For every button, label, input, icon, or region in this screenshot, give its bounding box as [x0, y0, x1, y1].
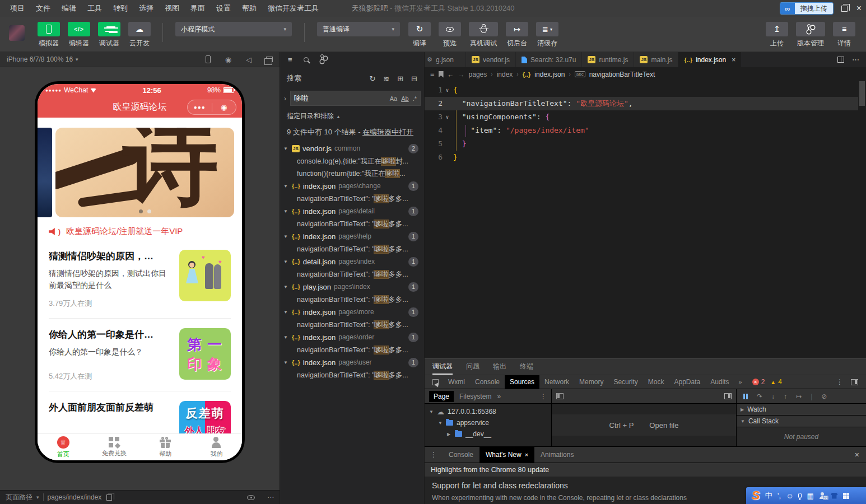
tab-index-json[interactable]: {..} index.json ×	[678, 52, 742, 67]
clear-results-icon[interactable]: ≋	[383, 74, 389, 83]
drawer-menu-icon[interactable]: ⋮	[425, 451, 443, 459]
ime-mic-icon[interactable]	[798, 493, 802, 498]
more-dots-icon[interactable]: ●●●	[188, 104, 212, 110]
devtools-tab[interactable]: Memory	[574, 375, 608, 389]
tree-item-host[interactable]: ▼ ☁ 127.0.0.1:65368	[425, 406, 551, 417]
outline-icon[interactable]: ≡	[430, 70, 435, 78]
debugger-tab[interactable]: 调试器	[432, 359, 453, 375]
tab-g-json[interactable]: ⚙ g.json	[425, 52, 466, 67]
open-in-editor-link[interactable]: 在编辑器中打开	[362, 128, 413, 136]
close-drawer-icon[interactable]: ×	[848, 450, 866, 459]
split-editor-icon[interactable]	[837, 57, 844, 63]
version-management-button[interactable]: 版本管理	[796, 22, 825, 48]
code-editor[interactable]: 1∨{ 2 "navigationBarTitleText": "欧皇源码论坛"…	[425, 81, 866, 358]
result-group-header[interactable]: ▼ {..} index.json pages\help 1	[280, 230, 424, 243]
tab-overflow-icon[interactable]: »	[497, 393, 501, 400]
device-selector[interactable]: iPhone 6/7/8 100% 16 ▾	[7, 55, 78, 63]
breadcrumb-item[interactable]: index.json	[534, 71, 565, 78]
breadcrumb-item[interactable]: pages	[469, 71, 487, 78]
tab-me[interactable]: 我的	[191, 434, 242, 460]
devtools-menu-icon[interactable]: ⋮	[836, 378, 843, 386]
back-icon[interactable]: ←	[448, 71, 454, 78]
tab-home[interactable]: ♕ 首页	[38, 434, 89, 460]
record-icon[interactable]: ◉	[225, 55, 231, 64]
file-list-icon[interactable]: ≡	[288, 55, 292, 64]
match-line[interactable]: navigationBarTitleText": "哆啦多多...	[280, 218, 424, 230]
ime-emoji-icon[interactable]: ☺	[786, 492, 793, 500]
detach-window-icon[interactable]	[266, 57, 273, 62]
debugger-tab[interactable]: 问题	[466, 359, 479, 375]
menu-item[interactable]: 设置	[211, 3, 236, 13]
details-button[interactable]: ≡ 详情	[833, 22, 855, 48]
match-line[interactable]: navigationBarTitleText": "哆啦多多...	[280, 319, 424, 331]
menu-item[interactable]: 视图	[159, 3, 185, 13]
match-line[interactable]: function(){return{title:"我正在哆啦...	[280, 167, 424, 180]
mute-icon[interactable]: ◁	[246, 55, 252, 64]
switch-background-button[interactable]: ↦ 切后台	[506, 22, 528, 48]
carousel-slide-image[interactable]: 诗	[55, 128, 234, 217]
drawer-tab-animations[interactable]: Animations	[534, 447, 580, 463]
tab-main-js[interactable]: JS main.js	[634, 52, 678, 67]
ime-skin-icon[interactable]	[831, 493, 838, 499]
ime-lang-toggle[interactable]: 中	[765, 491, 772, 501]
tab-runtime-js[interactable]: JS runtime.js	[582, 52, 634, 67]
clear-cache-button[interactable]: ≣▾ 清缓存	[536, 22, 558, 48]
tree-item-folder[interactable]: ▼ appservice	[425, 417, 551, 428]
menu-item[interactable]: 编辑	[56, 3, 82, 13]
editor-scrollbar[interactable]	[858, 81, 866, 358]
close-tab-icon[interactable]: ×	[525, 451, 528, 458]
window-close-icon[interactable]: ×	[856, 4, 862, 13]
match-case-toggle[interactable]: Aa	[390, 95, 397, 102]
ime-punct-toggle[interactable]: ’,	[777, 492, 781, 500]
refresh-results-icon[interactable]: ↻	[369, 74, 375, 83]
sogou-logo-icon[interactable]: S	[752, 489, 760, 502]
show-debugger-icon[interactable]	[724, 393, 732, 399]
simulator-toggle-button[interactable]: 模拟器	[38, 22, 60, 48]
editor-toggle-button[interactable]: </> 编辑器	[68, 22, 90, 48]
menu-item[interactable]: 选择	[133, 3, 159, 13]
devtools-tab[interactable]: Audits	[705, 375, 734, 389]
menu-item[interactable]: 工具	[82, 3, 108, 13]
debugger-tab[interactable]: 输出	[493, 359, 506, 375]
exit-target-icon[interactable]: ◉	[212, 103, 236, 111]
inspect-element-icon[interactable]	[432, 379, 439, 385]
result-group-header[interactable]: ▼ JS vendor.js common 2	[280, 142, 424, 155]
dock-side-icon[interactable]	[851, 379, 858, 385]
toggle-replace-icon[interactable]: ›	[281, 95, 289, 102]
fold-icon[interactable]: ∨	[443, 83, 452, 97]
devtools-tab[interactable]: Security	[608, 375, 642, 389]
devtools-tab[interactable]: Mock	[643, 375, 669, 389]
preview-button[interactable]: 预览	[439, 22, 461, 48]
match-line[interactable]: navigationBarTitleText": "哆啦多多...	[280, 293, 424, 306]
mode-select[interactable]: 小程序模式 ▾	[175, 22, 292, 36]
step-out-icon[interactable]: ↑	[784, 393, 787, 400]
debugger-toggle-button[interactable]: 调试器	[98, 22, 120, 48]
tree-item-folder[interactable]: ▶ __dev__	[425, 428, 551, 440]
result-group-header[interactable]: ▼ {..} detail.json pages\index 1	[280, 255, 424, 268]
menu-item[interactable]: 界面	[185, 3, 211, 13]
call-stack-section[interactable]: ▼ Call Stack	[737, 416, 866, 427]
devtools-tab[interactable]: AppData	[669, 375, 705, 389]
breadcrumb-item[interactable]: navigationBarTitleText	[589, 71, 655, 78]
compile-button[interactable]: ↻ 编译	[408, 22, 431, 48]
drawer-tab-console[interactable]: Console	[443, 447, 479, 463]
real-device-debug-button[interactable]: 真机调试	[469, 22, 498, 48]
forward-icon[interactable]: →	[458, 71, 465, 78]
git-icon[interactable]	[320, 55, 327, 63]
whole-word-toggle[interactable]: Ab	[401, 95, 408, 102]
result-group-header[interactable]: ▼ {..} index.json pages\user 1	[280, 356, 424, 369]
window-restore-icon[interactable]	[841, 6, 848, 12]
upload-button[interactable]: ↥ 上传	[766, 22, 788, 48]
result-group-header[interactable]: ▼ {..} index.json pages\change 1	[280, 180, 424, 193]
more-actions-icon[interactable]: ⋯	[852, 55, 859, 64]
result-group-header[interactable]: ▼ {..} index.json pages\more 1	[280, 306, 424, 319]
step-over-icon[interactable]: ↷	[757, 393, 762, 400]
sources-page-tab[interactable]: Page	[429, 391, 454, 402]
tab-overflow-icon[interactable]: »	[734, 379, 747, 385]
sources-filesystem-tab[interactable]: Filesystem	[459, 393, 491, 400]
chevron-down-icon[interactable]: ▾	[36, 494, 39, 500]
match-line[interactable]: navigationBarTitleText": "哆啦多多...	[280, 268, 424, 281]
match-line[interactable]: navigationBarTitleText": "哆啦多多...	[280, 344, 424, 356]
open-search-editor-icon[interactable]: ⊞	[397, 74, 403, 83]
match-line[interactable]: navigationBarTitleText": "哆啦多多...	[280, 369, 424, 381]
